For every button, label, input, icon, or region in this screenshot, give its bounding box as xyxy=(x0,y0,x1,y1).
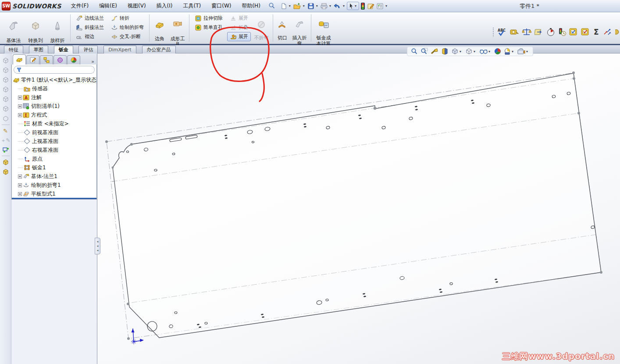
design-check-button[interactable] xyxy=(558,28,566,36)
tree-item-base-flange1[interactable]: 基体-法兰1 xyxy=(13,172,96,181)
search-icon[interactable] xyxy=(268,2,274,10)
view-top-icon[interactable] xyxy=(2,96,9,103)
section-properties-button[interactable] xyxy=(534,28,543,36)
tab-evaluate[interactable]: 评估 xyxy=(78,46,98,54)
menu-file[interactable]: 文件(F) xyxy=(66,0,94,12)
tree-item-cut-list[interactable]: 切割清单(1) xyxy=(13,102,96,111)
tree-item-right-plane[interactable]: 右视基准面 xyxy=(13,146,96,154)
performance-button[interactable] xyxy=(546,28,555,36)
fold-button[interactable]: 折叠 xyxy=(227,23,251,32)
panel-overflow-button[interactable]: » xyxy=(89,59,96,64)
tab-office-products[interactable]: 办公室产品 xyxy=(142,46,176,54)
flatten-button[interactable]: 展开 xyxy=(227,32,251,41)
sketch-3d-icon[interactable]: ＋✎ xyxy=(0,137,10,144)
deviation-analysis-button[interactable] xyxy=(603,28,612,36)
apply-scene-button[interactable] xyxy=(494,48,501,55)
expand-icon[interactable] xyxy=(18,175,22,178)
tree-item-equations[interactable]: Σ 方程式 xyxy=(13,111,96,119)
view-orientation-button[interactable]: ▾ xyxy=(451,48,463,55)
section-view-button[interactable] xyxy=(441,48,449,55)
tree-filter-box[interactable] xyxy=(14,66,95,74)
menu-insert[interactable]: 插入(I) xyxy=(151,0,178,12)
tab-configurationmanager[interactable] xyxy=(40,55,53,64)
tree-item-annotations[interactable]: A 注解 xyxy=(13,93,96,102)
view-orientation-dropdown-icon[interactable]: ▾ xyxy=(460,50,461,54)
base-flange-button[interactable]: 基体法 兰/薄片 xyxy=(3,14,25,49)
jog-button[interactable]: 转折 xyxy=(108,14,146,23)
extrude-boss-icon[interactable] xyxy=(2,159,9,166)
camera-dropdown-icon[interactable]: ▾ xyxy=(526,50,528,54)
sheet-metal-costing-button[interactable]: 钣金成 本计算 xyxy=(313,14,334,46)
extrude-cut-icon[interactable] xyxy=(2,168,9,175)
hide-show-items-button[interactable]: ▾ xyxy=(479,48,492,54)
hide-show-dropdown-icon[interactable]: ▾ xyxy=(488,50,490,54)
options-button[interactable] xyxy=(376,2,384,11)
no-bends-button[interactable]: 不折弯 xyxy=(252,14,271,41)
extruded-cut-button[interactable]: 拉伸切除 xyxy=(192,14,225,23)
measure-button[interactable] xyxy=(510,28,519,36)
tab-featuremanager-tree[interactable] xyxy=(13,54,26,64)
simple-hole-button[interactable]: 简单直孔 xyxy=(192,23,225,32)
rollback-bar[interactable] xyxy=(12,198,96,199)
unfold-button[interactable]: 展开 xyxy=(227,14,251,23)
display-style-button[interactable]: ▾ xyxy=(465,48,477,55)
tab-features[interactable]: 特征 xyxy=(4,46,23,54)
view-settings-dropdown-icon[interactable]: ▾ xyxy=(512,50,513,54)
magnified-selection-button[interactable] xyxy=(431,48,438,55)
hem-button[interactable]: 褶边 xyxy=(73,32,107,41)
sketched-bend-button[interactable]: 绘制的折弯 xyxy=(108,23,146,32)
check-all-docs-button[interactable] xyxy=(581,28,590,36)
view-front-icon[interactable] xyxy=(2,57,9,64)
insert-bends-button[interactable]: 插入折 弯 xyxy=(290,14,309,46)
menu-view[interactable]: 视图(V) xyxy=(122,0,151,12)
select-dropdown-icon[interactable]: ▾ xyxy=(355,4,356,8)
open-dropdown-icon[interactable]: ▾ xyxy=(303,4,305,8)
file-properties-button[interactable] xyxy=(367,2,375,11)
graphics-viewport[interactable]: 三维网www.3dportal.cn xyxy=(97,54,620,364)
rebuild-button[interactable] xyxy=(360,1,366,11)
menu-help[interactable]: 帮助(H) xyxy=(236,0,265,12)
new-document-button[interactable] xyxy=(280,2,288,11)
tree-item-material[interactable]: 材质 <未指定> xyxy=(13,119,96,128)
tab-propertymanager[interactable] xyxy=(26,55,39,64)
rip-button[interactable]: 切口 xyxy=(275,14,290,41)
overflow-partial-icon[interactable] xyxy=(615,28,619,36)
print-dropdown-icon[interactable]: ▾ xyxy=(329,4,331,8)
print-button[interactable] xyxy=(320,2,328,11)
save-dropdown-icon[interactable]: ▾ xyxy=(316,4,318,8)
edge-flange-button[interactable]: 边线法兰 xyxy=(73,14,107,23)
camera-button[interactable]: ▾ xyxy=(517,48,529,55)
check-active-doc-button[interactable] xyxy=(569,28,578,36)
options-dropdown-icon[interactable]: ▾ xyxy=(385,4,387,8)
spell-check-button[interactable]: ABC xyxy=(497,28,507,36)
tree-item-origin[interactable]: 原点 xyxy=(13,154,96,163)
tree-item-front-plane[interactable]: 前视基准面 xyxy=(13,128,96,137)
view-right-icon[interactable] xyxy=(2,86,9,93)
menu-edit[interactable]: 编辑(E) xyxy=(94,0,122,12)
toolbar-drag-handle[interactable] xyxy=(492,27,494,37)
cross-break-button[interactable]: 交叉-折断 xyxy=(108,32,146,41)
undo-button[interactable] xyxy=(333,2,342,11)
save-button[interactable] xyxy=(307,2,315,11)
miter-flange-button[interactable]: 斜接法兰 xyxy=(73,23,107,32)
view-left-icon[interactable] xyxy=(2,76,9,83)
expand-icon[interactable] xyxy=(18,192,22,196)
view-bottom-icon[interactable] xyxy=(2,105,9,112)
tree-item-top-plane[interactable]: 上视基准面 xyxy=(13,137,96,146)
tab-sheet-metal[interactable]: 钣金 xyxy=(54,46,73,54)
convert-to-sheet-metal-button[interactable]: 转换到 钣金 xyxy=(25,14,46,49)
menu-tools[interactable]: 工具(T) xyxy=(178,0,207,12)
tree-item-sketched-bend1[interactable]: 绘制的折弯1 xyxy=(13,181,96,189)
view-settings-button[interactable]: ▾ xyxy=(504,48,515,55)
undo-dropdown-icon[interactable]: ▾ xyxy=(343,4,345,8)
tree-item-sheet-metal1[interactable]: 钣金1 xyxy=(13,163,96,172)
sketch-icon[interactable]: ✎ xyxy=(3,128,8,134)
tree-item-sensors[interactable]: 传感器 xyxy=(13,84,96,93)
tree-root[interactable]: 零件1 (默认<<默认>_显示状态 xyxy=(13,75,96,84)
tab-dimxpert[interactable]: DimXpert xyxy=(103,46,136,54)
forming-tool-button[interactable]: 成形工 具 xyxy=(168,14,187,47)
tab-displaymanager[interactable] xyxy=(67,55,80,64)
tab-sketch[interactable]: 草图 xyxy=(29,46,48,54)
tree-item-flat-pattern1[interactable]: 平板型式1 xyxy=(13,189,96,198)
expand-icon[interactable] xyxy=(18,104,22,108)
